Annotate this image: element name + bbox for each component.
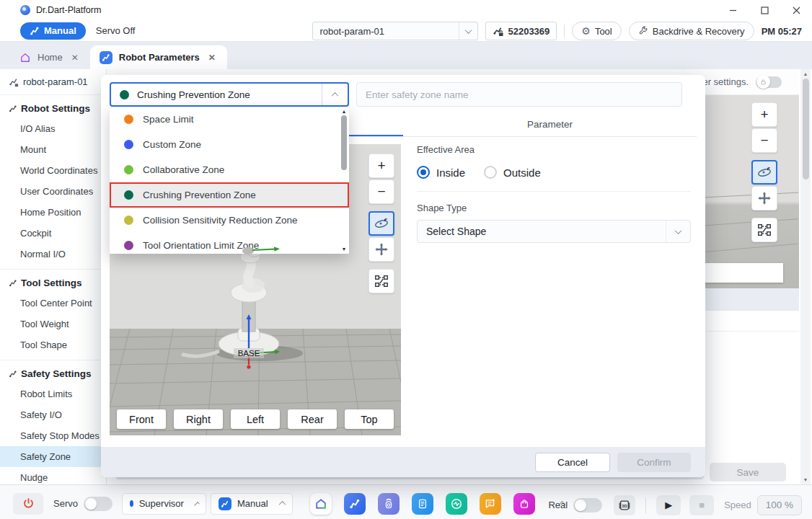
app-monitoring-button[interactable] (446, 493, 467, 515)
role-select-value: Supervisor (139, 498, 184, 509)
option-collaborative-zone[interactable]: Collaborative Zone (110, 157, 349, 182)
backdrive-recovery-button[interactable]: Backdrive & Recovery (629, 22, 754, 40)
viewport-zoom-out-button[interactable]: − (369, 179, 394, 204)
tab-parameter[interactable]: Parameter (403, 112, 697, 136)
sidebar-item-robot-limits[interactable]: Robot Limits (0, 383, 106, 404)
radio-unselected-icon (484, 166, 497, 179)
close-icon (793, 6, 800, 14)
view-rear-button[interactable]: Rear (288, 409, 337, 429)
app-task-writer-button[interactable] (412, 493, 433, 515)
option-crushing-prevention-zone[interactable]: Crushing Prevention Zone (110, 182, 349, 208)
measure-button[interactable] (751, 218, 777, 242)
home-icon (19, 52, 31, 63)
scroll-up-icon[interactable]: ▲ (803, 69, 808, 79)
robot-param-select[interactable]: robot-param-01 (312, 22, 478, 40)
confirm-button[interactable]: Confirm (617, 453, 691, 472)
parameter-settings-toggle[interactable] (756, 76, 782, 88)
sidebar-item-world-coordinates[interactable]: World Coordinates (0, 160, 106, 181)
zone-name-input[interactable] (356, 82, 682, 107)
robot-param-select-value: robot-param-01 (313, 26, 459, 37)
scroll-up-icon[interactable]: ▲ (342, 107, 347, 115)
app-log-button[interactable] (480, 493, 501, 515)
pan-button[interactable] (751, 186, 777, 210)
app-store-button[interactable] (513, 493, 535, 515)
mode-select[interactable]: Manual (211, 493, 293, 515)
sidebar-item-nudge[interactable]: Nudge (0, 467, 106, 484)
radio-inside[interactable]: Inside (417, 166, 465, 179)
view-top-button[interactable]: Top (345, 409, 394, 429)
option-space-limit[interactable]: Space Limit (110, 107, 349, 132)
sidebar-item-safety-zone[interactable]: Safety Zone (0, 446, 106, 467)
scroll-down-icon[interactable]: ▼ (803, 475, 808, 484)
viewport-orbit-button[interactable] (369, 211, 394, 236)
view-front-button[interactable]: Front (117, 409, 166, 429)
vertical-scrollbar[interactable]: ▲ ▼ (800, 69, 811, 484)
app-home-button[interactable] (310, 493, 332, 515)
tab-home[interactable]: Home ✕ (10, 45, 90, 69)
shape-type-select[interactable]: Select Shape (417, 220, 691, 243)
sidebar-item-home-position[interactable]: Home Position (0, 202, 106, 223)
sidebar-item-tool-center-point[interactable]: Tool Center Point (0, 293, 106, 314)
minimize-button[interactable] (717, 0, 749, 20)
panel-divider (417, 191, 691, 192)
real-mode-toggle[interactable] (573, 498, 602, 513)
sidebar-item-tool-shape[interactable]: Tool Shape (0, 334, 106, 355)
option-custom-zone[interactable]: Custom Zone (110, 132, 349, 157)
viewport-zoom-in-button[interactable]: + (369, 154, 394, 178)
sidebar-item-tool-weight[interactable]: Tool Weight (0, 314, 106, 334)
tool-settings-icon (9, 279, 17, 288)
dropdown-scrollbar[interactable]: ▲ ▼ (340, 107, 348, 253)
tab-robot-parameters-close-icon[interactable]: ✕ (206, 51, 218, 64)
orbit-rotate-button[interactable] (751, 160, 777, 185)
sidebar-item-safety-io[interactable]: Safety I/O (0, 404, 106, 425)
dropdown-scrollbar-thumb[interactable] (341, 115, 347, 170)
scroll-down-icon[interactable]: ▼ (342, 245, 347, 253)
servo-toggle[interactable] (84, 497, 112, 511)
manual-mode-icon (219, 497, 231, 510)
viewport-measure-button[interactable] (369, 269, 394, 293)
viewport-pan-button[interactable] (369, 237, 394, 262)
app-robot-params-button[interactable] (344, 493, 366, 515)
orbit-icon (756, 164, 773, 181)
zoom-out-button[interactable]: − (751, 128, 777, 153)
cancel-button[interactable]: Cancel (535, 453, 610, 472)
power-button[interactable] (13, 493, 43, 515)
radio-outside[interactable]: Outside (484, 166, 541, 179)
chevron-up-icon (279, 501, 286, 508)
scrollbar-thumb[interactable] (803, 79, 809, 179)
3d-view-icon: 3D (618, 499, 631, 512)
statusbar-separator (645, 497, 646, 513)
robot-preset-icon (9, 77, 19, 87)
save-button[interactable]: Save (710, 463, 786, 482)
sidebar-item-user-coordinates[interactable]: User Coordinates (0, 181, 106, 202)
robot-serial-box[interactable]: 52203369 (485, 22, 557, 40)
minimize-icon (729, 6, 737, 14)
option-collision-sensitivity-reduction-zone[interactable]: Collision Sensitivity Reduction Zone (110, 208, 349, 233)
tab-home-close-icon[interactable]: ✕ (69, 51, 81, 64)
app-jog-button[interactable] (378, 493, 400, 515)
manual-mode-button[interactable]: Manual (20, 22, 86, 40)
sidebar-item-mount[interactable]: Mount (0, 139, 106, 160)
view-right-button[interactable]: Right (174, 409, 223, 429)
zone-color-dot (124, 140, 133, 149)
maximize-button[interactable] (749, 0, 780, 20)
lock-icon (756, 75, 770, 89)
zoom-in-button[interactable]: + (751, 102, 777, 127)
play-button[interactable]: ▶ (656, 495, 681, 515)
simulation-3d-button[interactable]: 3D (614, 495, 635, 515)
sidebar-item-safety-stop-modes[interactable]: Safety Stop Modes (0, 425, 106, 446)
sidebar-item-io-alias[interactable]: I/O Alias (0, 118, 106, 139)
role-select[interactable]: Supervisor (122, 493, 206, 515)
view-left-button[interactable]: Left (231, 409, 280, 429)
tab-robot-parameters[interactable]: Robot Parameters ✕ (90, 45, 227, 69)
tool-button[interactable]: ⚙ Tool (572, 22, 621, 40)
close-button[interactable] (780, 0, 812, 20)
pan-icon (756, 190, 772, 206)
zone-color-dot (124, 241, 133, 250)
sidebar-item-normal-io[interactable]: Normal I/O (0, 244, 106, 265)
option-tool-orientation-limit-zone[interactable]: Tool Orientation Limit Zone (110, 233, 349, 254)
sidebar-item-cockpit[interactable]: Cockpit (0, 223, 106, 244)
zone-type-select[interactable]: Crushing Prevention Zone (110, 82, 349, 107)
speed-value-badge[interactable]: 100 % (757, 495, 802, 515)
stop-button[interactable]: ■ (689, 495, 714, 515)
